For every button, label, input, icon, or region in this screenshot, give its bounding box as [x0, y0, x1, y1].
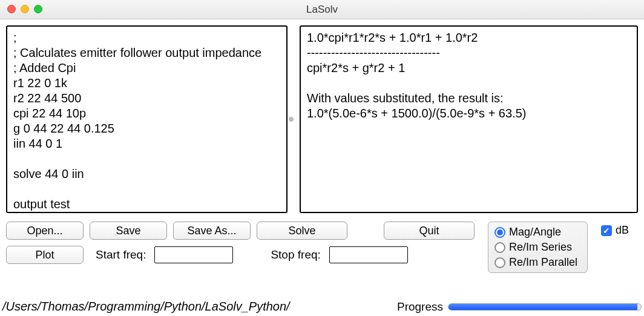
close-window-button[interactable] [7, 5, 16, 13]
start-freq-input[interactable] [154, 246, 233, 263]
radio-reim-series[interactable]: Re/Im Series [494, 241, 577, 254]
radio-label: Re/Im Parallel [509, 256, 577, 269]
progress-bar [448, 303, 642, 311]
radio-icon [494, 257, 505, 268]
db-checkbox-label: dB [616, 224, 629, 237]
radio-mag-angle[interactable]: Mag/Angle [494, 226, 577, 239]
minimize-window-button[interactable] [21, 5, 29, 13]
window-controls [7, 5, 42, 13]
radio-label: Re/Im Series [509, 241, 572, 254]
radio-label: Mag/Angle [509, 226, 561, 239]
zoom-window-button[interactable] [34, 5, 42, 13]
db-checkbox[interactable]: ✓ dB [601, 224, 629, 237]
plot-button[interactable]: Plot [6, 246, 84, 264]
input-editor[interactable]: ; ; Calculates emitter follower output i… [6, 25, 288, 213]
start-freq-label: Start freq: [96, 248, 146, 262]
check-icon: ✓ [601, 225, 612, 236]
radio-icon [494, 242, 505, 253]
radio-icon [494, 227, 505, 238]
progress-fill [448, 304, 637, 310]
stop-freq-label: Stop freq: [271, 248, 320, 262]
radio-reim-parallel[interactable]: Re/Im Parallel [494, 256, 577, 269]
solve-button[interactable]: Solve [257, 222, 347, 240]
progress-label: Progress [397, 300, 443, 314]
output-mode-group: Mag/Angle Re/Im Series Re/Im Parallel [488, 222, 588, 273]
titlebar: LaSolv [0, 0, 644, 19]
stop-freq-input[interactable] [329, 246, 408, 263]
status-bar: /Users/Thomas/Programming/Python/LaSolv_… [2, 300, 642, 314]
save-as-button[interactable]: Save As... [173, 222, 251, 240]
status-path: /Users/Thomas/Programming/Python/LaSolv_… [2, 300, 290, 314]
quit-button[interactable]: Quit [384, 222, 475, 240]
window-title: LaSolv [0, 4, 644, 16]
open-button[interactable]: Open... [6, 222, 84, 240]
save-button[interactable]: Save [90, 222, 167, 240]
output-viewer: 1.0*cpi*r1*r2*s + 1.0*r1 + 1.0*r2 ------… [300, 25, 638, 213]
